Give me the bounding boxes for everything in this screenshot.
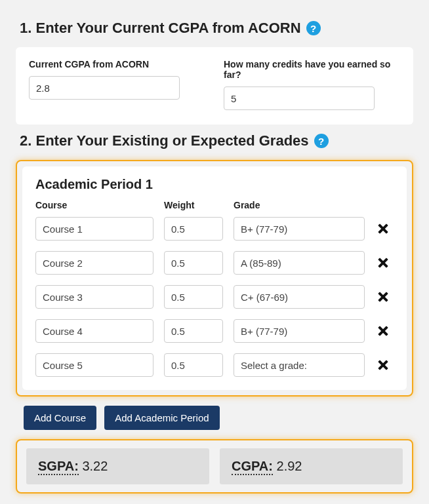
section-2-title: 2. Enter Your Existing or Expected Grade…	[20, 132, 416, 149]
academic-period-card: Academic Period 1 Course Weight Grade	[22, 166, 407, 390]
grades-row	[35, 251, 394, 275]
credits-input[interactable]	[224, 87, 375, 110]
grades-header-row: Course Weight Grade	[35, 200, 394, 210]
weight-input[interactable]	[164, 217, 223, 241]
course-input[interactable]	[35, 353, 153, 377]
remove-row-button[interactable]	[375, 221, 391, 237]
grades-row	[35, 285, 394, 309]
grade-select[interactable]	[234, 217, 365, 241]
cgpa-value: 2.92	[277, 459, 302, 473]
cgpa-input[interactable]	[29, 76, 180, 100]
header-weight: Weight	[164, 200, 223, 210]
grade-select[interactable]	[234, 251, 365, 275]
course-input[interactable]	[35, 251, 153, 275]
current-cgpa-card: Current CGPA from ACORN How many credits…	[16, 47, 413, 125]
course-input[interactable]	[35, 217, 153, 241]
grades-row	[35, 217, 394, 241]
credits-label: How many credits have you earned so far?	[224, 59, 400, 80]
remove-row-button[interactable]	[375, 357, 391, 373]
grade-select[interactable]	[234, 319, 365, 343]
cgpa-result: CGPA: 2.92	[220, 448, 403, 484]
grades-highlight: Academic Period 1 Course Weight Grade	[16, 160, 413, 397]
cgpa-field: Current CGPA from ACORN	[29, 59, 205, 110]
credits-field: How many credits have you earned so far?	[224, 59, 400, 110]
add-course-button[interactable]: Add Course	[24, 406, 96, 430]
help-icon[interactable]: ?	[306, 21, 321, 35]
section-2-title-text: 2. Enter Your Existing or Expected Grade…	[20, 132, 309, 149]
sgpa-label: SGPA:	[38, 459, 79, 475]
grade-select[interactable]	[234, 353, 365, 377]
course-input[interactable]	[35, 319, 153, 343]
results-highlight: SGPA: 3.22 CGPA: 2.92	[16, 439, 413, 494]
weight-input[interactable]	[164, 251, 223, 275]
grades-actions: Add Course Add Academic Period	[24, 406, 416, 430]
header-course: Course	[35, 200, 153, 210]
section-1-title-text: 1. Enter Your Current CGPA from ACORN	[20, 20, 301, 37]
remove-row-button[interactable]	[375, 289, 391, 305]
remove-row-button[interactable]	[375, 255, 391, 271]
grades-row	[35, 353, 394, 377]
cgpa-label: Current CGPA from ACORN	[29, 59, 205, 69]
sgpa-result: SGPA: 3.22	[26, 448, 209, 484]
grade-select[interactable]	[234, 285, 365, 309]
academic-period-title: Academic Period 1	[35, 177, 394, 192]
weight-input[interactable]	[164, 353, 223, 377]
course-input[interactable]	[35, 285, 153, 309]
remove-row-button[interactable]	[375, 323, 391, 339]
weight-input[interactable]	[164, 285, 223, 309]
add-academic-period-button[interactable]: Add Academic Period	[104, 406, 219, 430]
sgpa-value: 3.22	[82, 459, 108, 473]
header-grade: Grade	[234, 200, 365, 210]
weight-input[interactable]	[164, 319, 223, 343]
grades-row	[35, 319, 394, 343]
cgpa-label: CGPA:	[232, 459, 273, 475]
section-1-title: 1. Enter Your Current CGPA from ACORN ?	[20, 20, 416, 37]
help-icon[interactable]: ?	[314, 134, 329, 148]
